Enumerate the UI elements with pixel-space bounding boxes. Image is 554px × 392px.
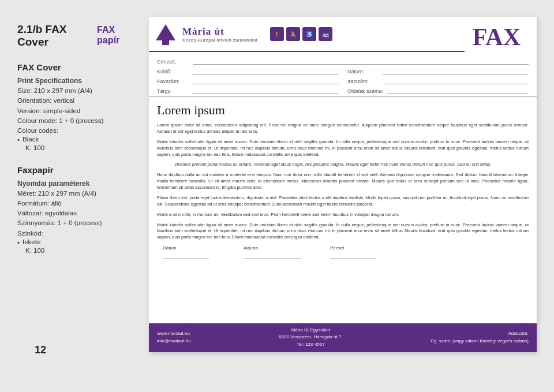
format-label: Formátum: álló: [17, 199, 133, 208]
orientation-label: Orientation: vertical: [17, 96, 133, 106]
alairas-sig-label: Aláírás: [244, 245, 301, 251]
fax-logo-title: Mária út: [182, 26, 257, 38]
footer-links: www.mariaut.hu info@mariaut.hu: [157, 330, 191, 345]
footer-addr: Adószám: Cg. szám: (vagy valami bírósági…: [431, 330, 529, 345]
kuldo-datum-row: Küldő: Dátum:: [157, 66, 529, 74]
version-label-2: Változat: egyoldalas: [17, 208, 133, 218]
datum-sig-col: Dátum: [163, 245, 209, 259]
black-label: Black: [23, 136, 39, 143]
datum-half: Dátum:: [347, 66, 529, 74]
fax-header-icons: 🚶 🚴 ♿ 🚌: [270, 27, 332, 41]
colour-mode-label: Colour mode: 1 + 0 (process): [17, 116, 133, 126]
kuldo-line: [192, 66, 338, 74]
main-layout: 2.1/b FAX Cover FAX papír FAX Cover Prin…: [17, 17, 537, 352]
fax-large-title: FAX: [473, 20, 529, 53]
left-section-2: Faxpapír Nyomdai paraméterek Méret: 210 …: [17, 165, 133, 256]
targy-label: Tárgy:: [157, 88, 189, 94]
faxszam-iratszam-row: Faxszám: Iratszám:: [157, 76, 529, 84]
page-number: 12: [35, 344, 554, 356]
main-title: 2.1/b FAX Cover: [17, 23, 87, 48]
fax-form-fields: Címzett: Küldő: Dátum: Faxszám:: [149, 53, 537, 97]
fekete-label: fekete: [23, 238, 40, 245]
section1-heading: FAX Cover: [17, 62, 133, 72]
footer-website: www.mariaut.hu: [157, 330, 191, 338]
lorem-body-6: Morbi a odio nibh, in rhoncus mi. Vestib…: [157, 212, 529, 218]
faxszam-half: Faxszám:: [157, 76, 338, 84]
fax-document: Mária út Közép-Európai átívelő zarándokú…: [149, 17, 537, 352]
lorem-body-4: Nunc dapibus nulla ac dui sodales a mole…: [157, 172, 529, 191]
bullet-icon-2: •: [17, 239, 20, 246]
footer-addr-label: Adószám:: [431, 330, 529, 338]
section2-sub-heading: Nyomdai paraméterek: [17, 180, 133, 188]
lorem-body-3: Vivamus pretium porta massa eu ornare. V…: [157, 162, 529, 168]
bike-icon: 🚴: [286, 27, 300, 41]
faxszam-label: Faxszám:: [157, 79, 189, 84]
lorem-body-2: Morbi lobortis sollicitudin ligula sit a…: [157, 139, 529, 158]
black-item: • Black: [17, 136, 133, 143]
kuldo-half: Küldő:: [157, 66, 338, 74]
datum-line: [383, 66, 529, 74]
section2-heading: Faxpapír: [17, 165, 133, 175]
fax-logo-area: Mária út Közép-Európai átívelő zarándokú…: [154, 22, 332, 46]
signature-row: Dátum Aláírás Pecsét: [157, 245, 529, 259]
datum-label: Dátum:: [347, 69, 379, 74]
iratszam-label: Iratszám:: [347, 79, 379, 84]
lorem-body-7: Morbi lobortis sollicitudin ligula sit a…: [157, 222, 529, 241]
lorem-body-1: Lorem ipsum dolor sit amet, consectetur …: [157, 122, 529, 135]
faxszam-line: [192, 76, 338, 84]
datum-sig-label: Dátum: [163, 245, 209, 251]
k100-label-2: K: 100: [17, 246, 133, 256]
cimzett-line: [193, 57, 529, 65]
oldalszam-line: [387, 86, 529, 94]
left-column: 2.1/b FAX Cover FAX papír FAX Cover Prin…: [17, 17, 133, 352]
colour-mode-label-2: Színnyomás: 1 + 0 (process): [17, 218, 133, 228]
version-label: Version: simple-sided: [17, 106, 133, 116]
colour-codes-label-2: Színkód:: [17, 229, 133, 238]
size-label: Size: 210 x 297 mm (A/4): [17, 86, 133, 96]
pecset-sig-col: Pecsét: [330, 245, 376, 259]
alairas-sig-col: Aláírás: [244, 245, 301, 259]
bus-icon: 🚌: [319, 27, 332, 41]
oldalszam-half: Oldalak száma:: [347, 86, 529, 94]
targy-line: [192, 86, 338, 94]
pecset-sig-label: Pecsét: [330, 245, 376, 251]
iratszam-line: [383, 76, 529, 84]
left-section-1: FAX Cover Print Specifications Size: 210…: [17, 62, 133, 154]
fax-large-title-area: FAX: [465, 17, 537, 53]
datum-sig-line: [163, 259, 209, 259]
fax-body: Lorem ipsum Lorem ipsum dolor sit amet, …: [149, 97, 537, 323]
bullet-icon: •: [17, 136, 20, 143]
iratszam-half: Iratszám:: [347, 76, 529, 84]
fekete-item: • fekete: [17, 238, 133, 246]
fax-logo-icon: [154, 22, 178, 46]
alairas-sig-line: [244, 259, 301, 259]
targy-half: Tárgy:: [157, 86, 338, 94]
svg-rect-1: [162, 40, 169, 45]
fax-header-area: Mária út Közép-Európai átívelő zarándokú…: [149, 17, 537, 53]
accessibility-icon: ♿: [302, 27, 316, 41]
subtitle: FAX papír: [97, 25, 133, 46]
svg-marker-0: [156, 24, 175, 40]
kuldo-label: Küldő:: [157, 69, 189, 74]
cimzett-row: Címzett:: [157, 57, 529, 65]
size-label-2: Méret: 210 x 297 mm (A/4): [17, 189, 133, 199]
fax-logo-subtitle: Közép-Európai átívelő zarándokút: [182, 38, 257, 43]
fax-logo-section: Mária út Közép-Európai átívelő zarándokú…: [149, 17, 465, 52]
footer-org-name: Mária Út Egyesület: [279, 327, 342, 334]
oldalszam-label: Oldalak száma:: [347, 88, 383, 94]
fax-logo-text: Mária út Közép-Európai átívelő zarándokú…: [182, 26, 257, 43]
targy-oldalszam-row: Tárgy: Oldalak száma:: [157, 86, 529, 94]
lorem-heading: Lorem ipsum: [157, 103, 529, 118]
section1-sub-heading: Print Specifications: [17, 77, 133, 85]
walk-icon: 🚶: [270, 27, 284, 41]
colour-codes-label: Colour codes:: [17, 126, 133, 136]
page-container: 2.1/b FAX Cover FAX papír FAX Cover Prin…: [0, 0, 554, 392]
pecset-sig-line: [330, 259, 376, 259]
lorem-body-5: Etiam libero est, porta eget luctus ferm…: [157, 195, 529, 208]
footer-org-addr: 8200 Veszprém, Hársgyár út 7.: [279, 334, 342, 341]
k100-label-1: K: 100: [17, 143, 133, 153]
cimzett-label: Címzett:: [157, 59, 189, 65]
